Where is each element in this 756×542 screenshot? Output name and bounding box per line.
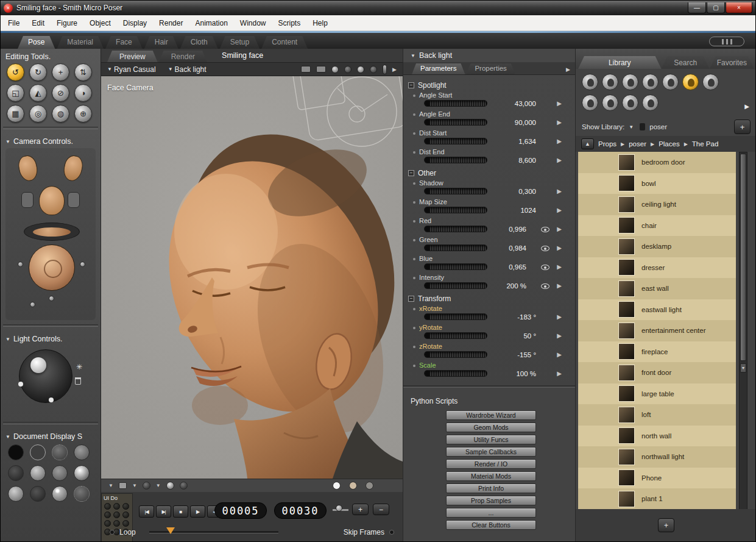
menu-file[interactable]: File — [8, 19, 19, 27]
add-keyframe-button[interactable]: + — [352, 504, 369, 515]
breadcrumb-the-pad[interactable]: The Pad — [692, 140, 718, 148]
timeline-handle[interactable] — [166, 527, 175, 534]
param-menu-icon[interactable]: ▶ — [557, 226, 562, 232]
dropdown-icon[interactable]: ▼ — [156, 483, 161, 488]
style-hidden-line-icon[interactable] — [74, 444, 90, 460]
param-value[interactable]: 0,996 — [474, 226, 526, 233]
eye-icon[interactable] — [541, 227, 549, 232]
tab-properties[interactable]: Properties — [466, 63, 515, 74]
camera-zoom-handle[interactable] — [383, 65, 387, 74]
param-value[interactable]: 0,300 — [484, 188, 536, 195]
right-hand-camera-icon[interactable] — [62, 154, 85, 182]
runtime-selector[interactable]: poser — [649, 123, 667, 130]
category-materials-icon[interactable] — [602, 94, 618, 111]
ui-dot[interactable] — [113, 512, 120, 518]
shadow-toggle-icon[interactable] — [166, 482, 174, 490]
menu-help[interactable]: Help — [313, 19, 328, 27]
library-item[interactable]: loft — [578, 404, 736, 426]
tool-color[interactable]: ◑ — [74, 84, 92, 102]
param-value[interactable]: 1024 — [484, 207, 536, 214]
tool-scale[interactable]: ◱ — [7, 84, 24, 102]
param-dial[interactable] — [424, 313, 487, 320]
tool-twist[interactable]: ↻ — [29, 63, 47, 81]
style-flat-lined-icon[interactable] — [52, 465, 68, 481]
actor-dropdown[interactable]: ▼ Ryan Casual — [107, 65, 156, 74]
library-item[interactable]: desklamp — [578, 236, 736, 257]
style-smooth-shaded-icon[interactable] — [8, 486, 24, 502]
total-frames-counter[interactable]: 00030 — [274, 502, 327, 519]
tool-grouping[interactable]: ▦ — [7, 105, 24, 123]
library-item[interactable]: dresser — [578, 257, 736, 279]
library-item[interactable]: chair — [578, 215, 736, 237]
category-python-icon[interactable] — [642, 94, 659, 111]
menu-scripts[interactable]: Scripts — [278, 19, 301, 27]
dolly-camera-icon[interactable] — [357, 66, 364, 73]
eye-icon[interactable] — [541, 246, 549, 251]
param-menu-icon[interactable]: ▶ — [557, 157, 562, 163]
light-position-sphere[interactable] — [19, 349, 72, 403]
category-props-icon[interactable] — [682, 74, 699, 90]
param-menu-icon[interactable]: ▶ — [557, 351, 562, 358]
tab-parameters[interactable]: Parameters — [412, 63, 465, 74]
tool-chain-break[interactable]: ⊘ — [52, 84, 69, 102]
library-item[interactable]: eastwall light — [578, 299, 736, 321]
library-item[interactable]: bowl — [578, 173, 736, 194]
sample-callbacks-button[interactable]: Sample Callbacks — [446, 447, 536, 457]
param-dial[interactable] — [424, 138, 487, 144]
tab-pose[interactable]: Pose — [18, 36, 55, 49]
library-item[interactable]: front door — [578, 362, 736, 383]
close-button[interactable]: × — [726, 2, 752, 13]
breadcrumb-places[interactable]: Places — [659, 140, 680, 148]
param-value[interactable]: 0,965 — [474, 263, 526, 271]
orbit-camera-icon[interactable] — [344, 66, 352, 73]
tab-hair[interactable]: Hair — [144, 36, 178, 49]
panel-expand-icon[interactable]: ▶ — [566, 66, 570, 74]
style-outline-icon[interactable] — [30, 444, 46, 460]
camera-controls-header[interactable]: ▼ Camera Controls. — [1, 134, 101, 148]
tab-overflow-control[interactable] — [709, 37, 744, 46]
background-color-chip[interactable] — [349, 482, 357, 490]
ui-dot[interactable] — [104, 512, 111, 518]
tab-search[interactable]: Search — [662, 56, 710, 69]
document-display-header[interactable]: ▼ Document Display S — [1, 429, 101, 443]
minimize-button[interactable]: — — [688, 2, 706, 13]
param-value[interactable]: -155 ° — [484, 351, 536, 358]
light-handle[interactable] — [30, 357, 46, 373]
param-value[interactable]: 43,000 — [484, 100, 536, 107]
category-scene-icon[interactable] — [622, 94, 638, 111]
category-expand-icon[interactable]: ▶ — [744, 103, 749, 110]
library-item[interactable]: northwall light — [578, 446, 736, 468]
param-value[interactable]: 0,984 — [474, 244, 526, 252]
param-menu-icon[interactable]: ▶ — [557, 332, 562, 339]
tab-favorites[interactable]: Favorites — [710, 56, 754, 69]
tab-cloth[interactable]: Cloth — [180, 36, 218, 49]
delete-light-icon[interactable] — [75, 377, 81, 385]
pan-camera-icon[interactable] — [370, 66, 377, 73]
tracking-mode-icon[interactable] — [119, 482, 127, 489]
library-item[interactable]: entertainment center — [578, 320, 736, 341]
tool-morphing[interactable]: ◍ — [52, 105, 69, 123]
smooth-toggle-icon[interactable] — [180, 482, 188, 490]
camera-dot-left[interactable] — [18, 262, 23, 267]
utility-funcs-button[interactable]: Utility Funcs — [446, 435, 536, 444]
ground-color-chip[interactable] — [366, 482, 373, 490]
tool-taper[interactable]: ◭ — [29, 84, 47, 102]
left-camera-icon[interactable] — [21, 192, 34, 208]
menu-edit[interactable]: Edit — [32, 19, 44, 27]
camera-flash-icon[interactable] — [316, 66, 326, 73]
ui-dot[interactable] — [122, 503, 129, 510]
ui-dot[interactable] — [113, 503, 120, 510]
camera-dot-bottom-left[interactable] — [30, 302, 35, 307]
library-item[interactable]: ceiling light — [578, 194, 736, 215]
tab-library[interactable]: Library — [578, 56, 662, 69]
foreground-color-chip[interactable] — [333, 482, 341, 490]
menu-figure[interactable]: Figure — [57, 19, 77, 27]
right-camera-icon[interactable] — [68, 192, 80, 208]
category-lights-icon[interactable] — [702, 74, 719, 90]
camera-trackball[interactable] — [29, 244, 75, 291]
param-menu-icon[interactable]: ▶ — [557, 207, 562, 213]
add-runtime-button[interactable]: + — [734, 119, 751, 134]
library-item[interactable]: east wall — [578, 278, 736, 299]
tab-content[interactable]: Content — [261, 36, 308, 49]
element-dropdown[interactable]: ▼ Back light — [168, 65, 207, 74]
